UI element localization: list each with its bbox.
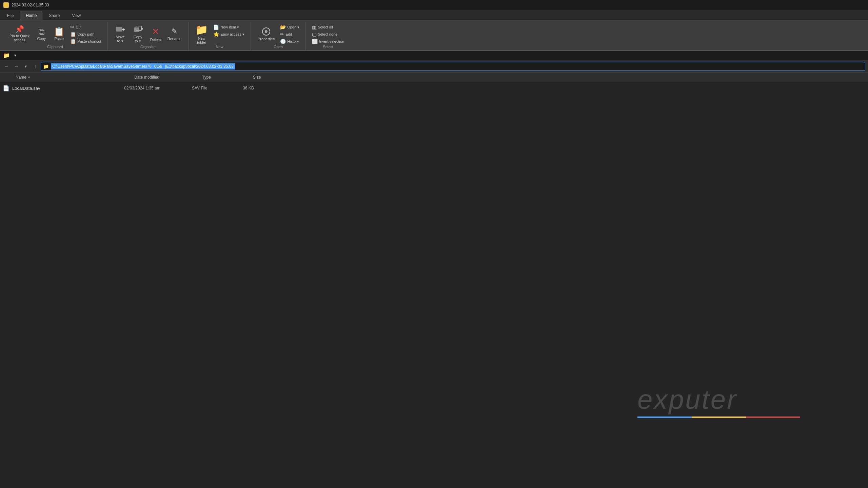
tab-file[interactable]: File: [1, 11, 19, 20]
sort-arrow: ∧: [28, 75, 30, 79]
organize-buttons: Move to ▾ Copy to ▾ ✕ Delete ✎ Rename: [112, 23, 184, 45]
clipboard-small-col: ✂ Cut 📋 Copy path 📋 Paste shortcut: [68, 23, 103, 45]
easy-access-icon: ⭐: [213, 32, 219, 37]
easy-access-button[interactable]: ⭐ Easy access ▾: [211, 31, 246, 38]
paste-shortcut-label: Paste shortcut: [77, 39, 101, 43]
copy-button[interactable]: ⧉ Copy: [33, 23, 50, 45]
file-list: 📄 LocalData.sav 02/03/2024 1:35 am SAV F…: [0, 82, 868, 488]
address-seg-3[interactable]: )E1\backup\local\2024.03.02-01.35.03: [163, 63, 235, 69]
watermark-text: exputer: [637, 384, 800, 415]
tab-share[interactable]: Share: [43, 11, 65, 20]
select-none-label: Select none: [318, 32, 337, 36]
address-input[interactable]: 📁 C:\Users\PC\AppData\Local\Pal\Saved\Sa…: [41, 62, 865, 71]
edit-label: Edit: [285, 32, 292, 36]
pin-icon: 📌: [15, 26, 24, 33]
file-date-modified: 02/03/2024 1:35 am: [124, 86, 192, 90]
select-buttons: ▦ Select all ▢ Select none ⬜ Invert sele…: [310, 23, 346, 45]
copy-to-label: Copy to ▾: [134, 35, 142, 43]
cut-button[interactable]: ✂ Cut: [68, 24, 103, 30]
paste-shortcut-button[interactable]: 📋 Paste shortcut: [68, 38, 103, 45]
new-buttons: 📁 New folder 📄 New item ▾ ⭐ Easy access …: [193, 23, 246, 45]
open-label: Open: [274, 45, 283, 50]
file-size: 36 KB: [243, 86, 283, 90]
move-to-button[interactable]: Move to ▾: [112, 23, 129, 45]
column-type[interactable]: Type: [199, 73, 250, 82]
file-icon: 📄: [3, 85, 9, 92]
delete-label: Delete: [150, 38, 161, 42]
select-group: ▦ Select all ▢ Select none ⬜ Invert sele…: [306, 22, 350, 50]
open-label: Open ▾: [287, 25, 299, 29]
copy-path-button[interactable]: 📋 Copy path: [68, 31, 103, 38]
select-all-icon: ▦: [312, 24, 316, 30]
svg-rect-6: [692, 416, 746, 418]
new-folder-button[interactable]: 📁 New folder: [193, 23, 211, 45]
select-none-button[interactable]: ▢ Select none: [310, 31, 346, 38]
address-seg-2[interactable]: 6\56: [153, 63, 163, 69]
pin-to-quick-access-button[interactable]: 📌 Pin to Quick access: [7, 23, 32, 45]
title-bar: 2024.03.02-01.35.03: [0, 0, 868, 10]
rename-button[interactable]: ✎ Rename: [165, 23, 184, 45]
tab-view[interactable]: View: [66, 11, 86, 20]
clipboard-label: Clipboard: [47, 45, 63, 50]
clipboard-buttons: 📌 Pin to Quick access ⧉ Copy 📋 Paste ✂ C…: [7, 23, 103, 45]
paste-shortcut-icon: 📋: [70, 39, 76, 44]
select-small-col: ▦ Select all ▢ Select none ⬜ Invert sele…: [310, 23, 346, 45]
history-icon: 🕐: [280, 39, 286, 44]
watermark-underline: [637, 416, 800, 419]
new-label: New: [216, 45, 223, 50]
column-size[interactable]: Size: [250, 73, 291, 82]
copy-to-button[interactable]: Copy to ▾: [130, 23, 146, 45]
table-row[interactable]: 📄 LocalData.sav 02/03/2024 1:35 am SAV F…: [0, 83, 868, 93]
open-buttons: Properties 📂 Open ▾ ✏ Edit 🕐 History: [255, 23, 301, 45]
open-small-col: 📂 Open ▾ ✏ Edit 🕐 History: [278, 23, 301, 45]
rename-label: Rename: [167, 37, 182, 41]
tab-home[interactable]: Home: [20, 11, 42, 20]
organize-group: Move to ▾ Copy to ▾ ✕ Delete ✎ Rename: [108, 22, 189, 50]
history-label: History: [287, 39, 299, 43]
address-bar: ← → ▼ ↑ 📁 C:\Users\PC\AppData\Local\Pal\…: [0, 60, 868, 73]
open-icon: 📂: [280, 24, 286, 30]
new-item-button[interactable]: 📄 New item ▾: [211, 24, 246, 30]
paste-button[interactable]: 📋 Paste: [51, 23, 67, 45]
new-item-icon: 📄: [213, 24, 219, 30]
recent-button[interactable]: ▼: [22, 62, 30, 70]
copy-label: Copy: [37, 37, 46, 41]
pin-label: Pin to Quick access: [9, 34, 29, 42]
paste-label: Paste: [54, 37, 64, 41]
back-button[interactable]: ←: [3, 62, 11, 70]
svg-rect-0: [116, 27, 122, 32]
forward-button[interactable]: →: [12, 62, 20, 70]
column-headers: Name ∧ Date modified Type Size: [0, 73, 868, 82]
invert-selection-icon: ⬜: [312, 39, 318, 44]
address-seg-1[interactable]: C:\Users\PC\AppData\Local\Pal\Saved\Save…: [51, 63, 153, 69]
new-folder-label: New folder: [197, 36, 206, 44]
copy-to-icon: [133, 25, 143, 34]
cut-icon: ✂: [70, 24, 74, 30]
invert-selection-button[interactable]: ⬜ Invert selection: [310, 38, 346, 45]
qa-dropdown-button[interactable]: ▼: [12, 52, 19, 59]
history-button[interactable]: 🕐 History: [278, 38, 301, 45]
column-name[interactable]: Name ∧: [13, 73, 132, 82]
delete-button[interactable]: ✕ Delete: [147, 23, 164, 45]
address-folder-icon: 📁: [41, 64, 51, 69]
select-label: Select: [323, 45, 333, 50]
column-date-modified[interactable]: Date modified: [132, 73, 199, 82]
select-all-label: Select all: [318, 25, 333, 29]
ribbon: 📌 Pin to Quick access ⧉ Copy 📋 Paste ✂ C…: [0, 20, 868, 51]
edit-button[interactable]: ✏ Edit: [278, 31, 301, 38]
open-group: Properties 📂 Open ▾ ✏ Edit 🕐 History Ope…: [251, 22, 306, 50]
easy-access-label: Easy access ▾: [220, 32, 244, 37]
open-button[interactable]: 📂 Open ▾: [278, 24, 301, 30]
svg-rect-5: [637, 416, 692, 418]
main-area: Name ∧ Date modified Type Size 📄 LocalDa…: [0, 73, 868, 488]
up-button[interactable]: ↑: [31, 62, 39, 70]
organize-label: Organize: [140, 45, 156, 50]
copy-path-label: Copy path: [77, 32, 94, 36]
address-segments: C:\Users\PC\AppData\Local\Pal\Saved\Save…: [51, 63, 865, 69]
svg-rect-7: [746, 416, 800, 418]
watermark: exputer: [637, 384, 800, 420]
window-title: 2024.03.02-01.35.03: [12, 3, 49, 7]
paste-icon: 📋: [54, 27, 64, 36]
select-all-button[interactable]: ▦ Select all: [310, 24, 346, 30]
properties-button[interactable]: Properties: [255, 23, 277, 45]
